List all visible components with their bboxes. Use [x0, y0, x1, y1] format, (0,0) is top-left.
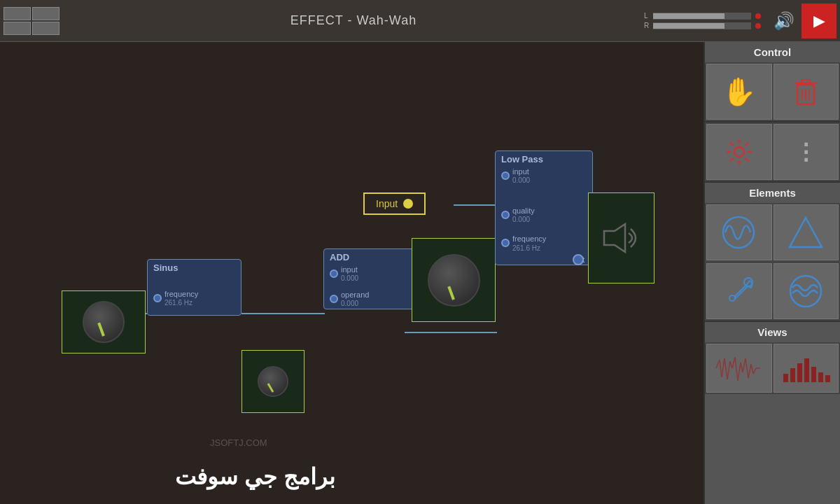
lower-knob[interactable]: [258, 366, 288, 397]
main-layout: Input Sinus frequency 261.6 Hz ADD: [0, 42, 840, 504]
wrench-button[interactable]: [706, 263, 772, 319]
grid-cell-3: [4, 22, 31, 35]
svg-line-19: [746, 143, 749, 146]
sine-icon: [720, 214, 758, 252]
bars-icon: [780, 353, 832, 384]
svg-line-31: [730, 361, 732, 368]
gear-button[interactable]: [706, 124, 772, 180]
header-title: EFFECT - Wah-Wah: [63, 13, 644, 28]
add-input-value: 0.000: [341, 274, 358, 282]
sidebar: Control ✋: [704, 42, 840, 504]
svg-line-36: [743, 358, 746, 372]
svg-rect-45: [804, 358, 809, 382]
lowpass-frequency-row: frequency 261.6 Hz: [496, 233, 592, 253]
add-input-row: input 0.000: [324, 264, 414, 284]
svg-rect-44: [797, 363, 802, 382]
sinus-frequency-value: 261.6 Hz: [164, 299, 198, 307]
input-node[interactable]: Input: [363, 192, 426, 215]
control-section-title: Control: [705, 42, 840, 62]
svg-point-21: [723, 217, 754, 248]
bars-view-button[interactable]: [774, 344, 839, 393]
meter-row-r: R: [644, 22, 761, 29]
lowpass-input-row: input 0.000: [496, 166, 592, 186]
lowpass-node[interactable]: Low Pass input 0.000 quality 0.000: [495, 150, 593, 265]
sinus-frequency-row: frequency 261.6 Hz: [148, 288, 241, 308]
add-node[interactable]: ADD input 0.000 operand 0.000: [323, 248, 414, 309]
svg-line-28: [722, 358, 724, 377]
dots-icon: ⋮: [794, 139, 817, 165]
lowpass-input-port: [501, 172, 510, 180]
waveform-icon: [713, 353, 765, 384]
meter-bar-l: [653, 13, 751, 20]
svg-rect-43: [790, 368, 795, 382]
sinus-node[interactable]: Sinus frequency 261.6 Hz: [147, 259, 241, 316]
lowpass-out-port: [573, 254, 584, 265]
sinus-knob-container[interactable]: [62, 290, 146, 354]
svg-line-39: [751, 364, 753, 374]
triangle-button[interactable]: [774, 204, 839, 260]
meter-row-l: L: [644, 12, 761, 20]
elements-section-title: Elements: [705, 183, 840, 203]
svg-line-35: [741, 363, 743, 372]
svg-marker-22: [790, 218, 822, 247]
header: EFFECT - Wah-Wah L R: [0, 0, 840, 42]
add-operand-row: operand 0.000: [324, 289, 414, 309]
lowpass-frequency-label: frequency: [512, 234, 546, 244]
speaker-icon[interactable]: 🔊: [766, 4, 802, 38]
sinus-title: Sinus: [148, 260, 241, 274]
lowpass-quality-port: [501, 211, 510, 219]
add-input-label: input: [341, 265, 358, 274]
add-title: ADD: [324, 249, 414, 264]
control-grid: ✋: [705, 62, 840, 121]
trash-button[interactable]: [774, 64, 839, 120]
output-node[interactable]: [588, 192, 654, 284]
meter-bar-r: [653, 22, 751, 29]
svg-line-27: [720, 360, 722, 377]
lowpass-quality-row: quality 0.000: [496, 205, 592, 225]
dots-button[interactable]: ⋮: [774, 124, 839, 180]
speaker-symbol: [601, 220, 643, 255]
mid-knob-container[interactable]: [412, 238, 496, 322]
sinus-knob[interactable]: [83, 301, 125, 343]
wavy-icon: [787, 272, 825, 311]
level-meters: L R: [644, 12, 761, 29]
input-node-label: Input: [376, 198, 398, 209]
svg-rect-42: [783, 374, 788, 382]
grid-icon[interactable]: [0, 4, 63, 38]
wavy-button[interactable]: [774, 263, 839, 319]
svg-point-23: [729, 295, 735, 301]
svg-line-34: [738, 363, 741, 381]
arabic-text: برامج جي سوفت: [175, 463, 335, 490]
lowpass-frequency-port: [501, 239, 510, 247]
wrench-icon: [722, 274, 757, 309]
watermark: JSOFTJ.COM: [210, 438, 267, 448]
svg-line-37: [746, 358, 748, 378]
svg-rect-8: [802, 80, 810, 84]
lowpass-input-label: input: [512, 167, 530, 176]
waveform-view-button[interactable]: [706, 344, 772, 393]
sine-button[interactable]: [706, 204, 772, 260]
meter-label-r: R: [644, 22, 651, 29]
svg-rect-48: [825, 375, 830, 382]
views-grid: [705, 342, 840, 394]
svg-line-26: [716, 360, 720, 368]
svg-rect-46: [811, 367, 816, 382]
canvas-area[interactable]: Input Sinus frequency 261.6 Hz ADD: [0, 42, 704, 504]
svg-marker-5: [604, 224, 625, 252]
hand-button[interactable]: ✋: [706, 64, 772, 120]
elements-grid-2: [705, 262, 840, 321]
play-button[interactable]: ▶: [802, 4, 836, 38]
add-input-port: [330, 270, 338, 278]
svg-line-32: [732, 357, 735, 368]
svg-point-12: [734, 147, 744, 157]
lower-knob-container[interactable]: [241, 350, 304, 413]
mid-knob[interactable]: [428, 254, 480, 307]
lowpass-frequency-value: 261.6 Hz: [512, 244, 546, 252]
sinus-frequency-port: [153, 294, 162, 302]
svg-line-17: [729, 143, 733, 146]
triangle-icon: [787, 214, 825, 252]
svg-line-33: [735, 357, 738, 381]
grid-cell-2: [32, 7, 59, 20]
meter-label-l: L: [644, 12, 651, 20]
add-operand-value: 0.000: [341, 300, 369, 307]
